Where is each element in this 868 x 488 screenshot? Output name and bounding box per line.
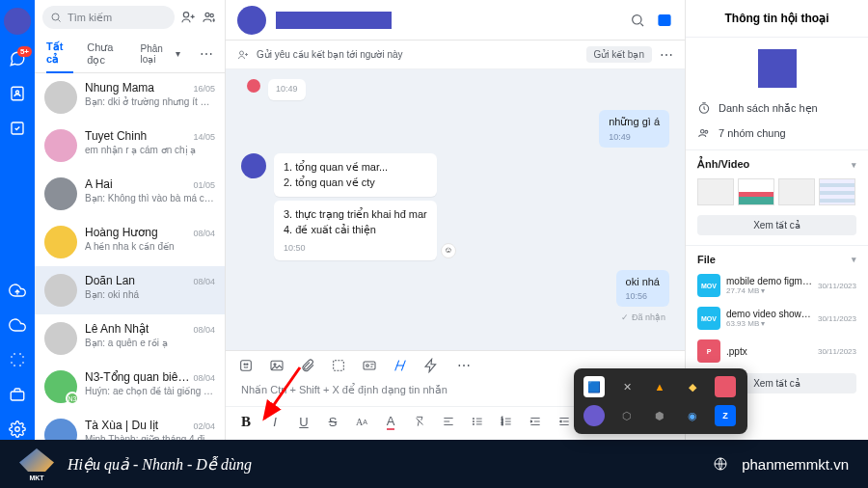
file-row[interactable]: P .pptx 30/11/2023 — [686, 335, 868, 367]
message-bubble-own[interactable]: những gì á 10:49 — [599, 110, 669, 148]
tray-app-icon[interactable]: Z — [715, 405, 736, 426]
align-button[interactable] — [440, 413, 457, 430]
underline-button[interactable]: U — [295, 413, 312, 430]
image-icon[interactable] — [268, 357, 285, 374]
file-name: mobile demo figma.mov — [726, 276, 812, 286]
format-toggle-icon[interactable] — [392, 357, 409, 374]
add-friend-small-icon — [237, 49, 249, 61]
media-thumb[interactable] — [778, 178, 815, 205]
conversation-item[interactable]: Tuyet Chinh14/05 em nhận r ạ cám ơn chị … — [35, 122, 225, 170]
media-section-header[interactable]: Ảnh/Video▾ — [686, 149, 868, 175]
conversation-list-panel: Tìm kiếm Tất cả Chưa đọc Phân loại ▾ ⋯ N… — [35, 0, 226, 440]
tray-app-icon[interactable]: 🟦 — [583, 376, 605, 397]
seen-status: ✓ Đã nhận — [241, 312, 669, 322]
toolbox-icon[interactable] — [7, 384, 28, 405]
sticker-icon[interactable] — [237, 357, 255, 374]
quick-message-icon[interactable] — [422, 357, 440, 374]
todo-nav-icon[interactable] — [7, 118, 28, 139]
svg-rect-10 — [659, 14, 670, 25]
message-bubble[interactable]: 10:49 — [268, 79, 306, 100]
friend-bar-more-icon[interactable]: ⋯ — [660, 47, 673, 63]
toggle-info-panel-icon[interactable] — [656, 12, 673, 29]
view-all-media-button[interactable]: Xem tất cả — [697, 215, 856, 235]
svg-rect-19 — [364, 362, 375, 369]
msg-text: những gì á — [609, 116, 660, 128]
conv-preview: em nhận r ạ cám ơn chị ạ — [85, 145, 215, 155]
tray-app-icon[interactable]: ▲ — [649, 376, 670, 397]
screenshot-icon[interactable] — [7, 349, 28, 370]
common-groups-row[interactable]: 7 nhóm chung — [686, 121, 868, 146]
bullet-list-button[interactable] — [469, 413, 486, 430]
unread-badge: 5+ — [17, 46, 32, 57]
cloud-upload-icon[interactable] — [7, 280, 28, 301]
conversation-item[interactable]: Doãn Lan08/04 Bạn: oki nhá — [35, 266, 225, 314]
header-search-icon[interactable] — [629, 12, 646, 29]
svg-point-23 — [473, 423, 474, 424]
file-section-header[interactable]: File▾ — [686, 245, 868, 269]
tray-app-icon[interactable]: ⬢ — [649, 405, 670, 426]
message-bubble[interactable]: 3. thực trạng triển khai hđ mar 4. đề xu… — [274, 201, 437, 261]
footer-tagline: Hiệu quả - Nhanh - Dễ dùng — [68, 455, 252, 474]
tray-app-icon[interactable]: ◉ — [682, 405, 703, 426]
search-input[interactable]: Tìm kiếm — [42, 6, 175, 29]
clear-format-button[interactable] — [411, 413, 428, 430]
tray-app-icon[interactable] — [715, 376, 736, 397]
file-row[interactable]: MOV mobile demo figma.mov 27.74 MB ▾ 30/… — [686, 269, 868, 302]
tab-all[interactable]: Tất cả — [46, 35, 73, 73]
bold-button[interactable]: B — [237, 413, 255, 430]
tabs-more-icon[interactable]: ⋯ — [200, 46, 213, 62]
file-size: 63.93 MB ▾ — [726, 319, 812, 328]
conversation-item[interactable]: Lê Anh Nhật08/04 Bạn: a quên e rồi ạ — [35, 314, 225, 363]
svg-point-8 — [210, 14, 213, 16]
strike-button[interactable]: S — [324, 413, 341, 430]
tray-app-icon[interactable]: ⬡ — [616, 405, 637, 426]
conv-avatar — [44, 274, 77, 307]
msg-timestamp: 10:50 — [284, 242, 427, 256]
svg-point-14 — [244, 364, 245, 365]
chat-nav-icon[interactable]: 5+ — [7, 48, 28, 69]
create-group-icon[interactable] — [202, 10, 217, 25]
settings-icon[interactable] — [7, 419, 28, 440]
add-friend-icon[interactable] — [180, 10, 196, 25]
tray-app-icon[interactable] — [583, 405, 605, 426]
numbered-list-button[interactable]: 123 — [498, 413, 515, 430]
tray-app-icon[interactable]: ✕ — [616, 376, 637, 397]
message-bubble[interactable]: 1. tổng quan về mar... 2. tổng quan về c… — [274, 153, 437, 197]
file-type-icon: P — [697, 339, 720, 363]
user-avatar[interactable] — [4, 8, 31, 35]
react-emoji-button[interactable]: ☺ — [441, 243, 456, 258]
send-friend-request-button[interactable]: Gửi kết bạn — [586, 46, 652, 63]
globe-icon — [713, 456, 728, 472]
conversation-item[interactable]: N3 N3-Tổng quan biên tập web08/04 Huýn: … — [35, 363, 225, 411]
attach-icon[interactable] — [299, 357, 316, 374]
conv-preview: A hền nha k cần đến — [85, 241, 215, 252]
page-footer: MKT Hiệu quả - Nhanh - Dễ dùng phanmemmk… — [0, 440, 868, 488]
tab-unread[interactable]: Chưa đọc — [87, 36, 126, 72]
media-thumb[interactable] — [819, 178, 855, 205]
message-bubble-own[interactable]: oki nhá 10:56 — [616, 270, 669, 307]
conversation-item[interactable]: Nhung Mama16/05 Bạn: dki ở trường nhưng … — [35, 73, 225, 122]
composer-more-icon[interactable]: ⋯ — [457, 358, 471, 373]
conv-time: 08/04 — [193, 277, 215, 286]
cloud-icon[interactable] — [7, 314, 28, 336]
outdent-button[interactable] — [556, 413, 573, 430]
card-icon[interactable] — [361, 357, 378, 374]
conversation-item[interactable]: A Hai01/05 Bạn: Không thì vào bà má chụp — [35, 170, 225, 218]
file-row[interactable]: MOV demo video show figma.mov 63.93 MB ▾… — [686, 302, 868, 335]
reminders-row[interactable]: Danh sách nhắc hẹn — [686, 95, 868, 121]
conversation-item[interactable]: ✓ Tà Xùa | Du lịt02/04 Minh Thành: giữa … — [35, 411, 225, 440]
heading-button[interactable]: AA — [353, 413, 370, 430]
contacts-nav-icon[interactable] — [7, 83, 28, 104]
color-button[interactable]: A — [382, 413, 399, 430]
info-avatar[interactable] — [758, 49, 797, 88]
app-tray[interactable]: 🟦 ✕ ▲ ◆ ⬡ ⬢ ◉ Z — [574, 368, 747, 434]
media-thumb[interactable] — [697, 178, 734, 205]
sort-dropdown[interactable]: Phân loại ▾ — [141, 43, 180, 65]
tray-app-icon[interactable]: ◆ — [682, 376, 703, 397]
indent-button[interactable] — [527, 413, 544, 430]
chat-avatar[interactable] — [237, 6, 266, 35]
media-thumb[interactable] — [738, 178, 774, 205]
conversation-item[interactable]: Hoàng Hương08/04 A hền nha k cần đến — [35, 218, 225, 266]
italic-button[interactable]: I — [266, 413, 284, 430]
screenshot-compose-icon[interactable] — [330, 357, 347, 374]
